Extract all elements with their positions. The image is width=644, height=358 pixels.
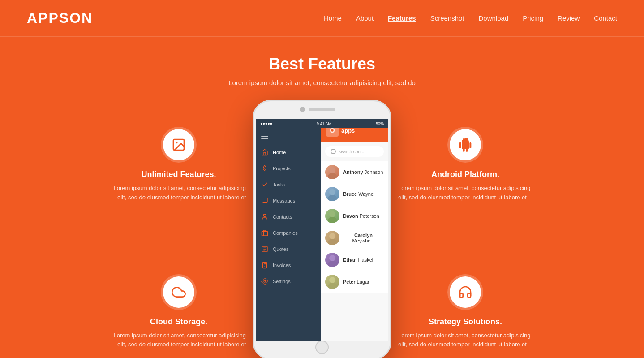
section-subtitle: Lorem ipsum dolor sit amet, consectetur … bbox=[9, 79, 635, 86]
contact-row[interactable]: Peter Lugar bbox=[321, 271, 388, 293]
android-icon-inner bbox=[450, 129, 481, 160]
svg-point-13 bbox=[264, 280, 266, 282]
android-title: Android Platform. bbox=[431, 170, 499, 179]
svg-point-16 bbox=[329, 167, 335, 173]
contact-row[interactable]: Davon Peterson bbox=[321, 205, 388, 227]
sidebar-settings[interactable]: Settings bbox=[256, 273, 321, 289]
svg-point-27 bbox=[328, 283, 337, 289]
hamburger-menu[interactable] bbox=[256, 130, 321, 142]
sidebar-projects-label: Projects bbox=[273, 166, 291, 171]
ham-line-3 bbox=[261, 138, 268, 139]
companies-icon bbox=[261, 229, 268, 237]
status-bar: ●●●●● 9:41 AM 50% bbox=[256, 119, 388, 128]
sidebar-companies-label: Companies bbox=[273, 230, 298, 236]
svg-point-1 bbox=[176, 142, 177, 143]
settings-icon bbox=[261, 278, 268, 285]
cloud-icon-circle bbox=[161, 274, 197, 310]
nav-screenshot[interactable]: Screenshot bbox=[430, 14, 464, 22]
contact-avatar-3 bbox=[325, 209, 339, 223]
nav-review[interactable]: Review bbox=[558, 14, 580, 22]
svg-rect-4 bbox=[262, 232, 267, 236]
sidebar-tasks-label: Tasks bbox=[273, 182, 285, 187]
android-icon bbox=[458, 138, 472, 152]
status-battery: 50% bbox=[376, 121, 384, 126]
android-desc: Lorem ipsum dolor sit amet, consectetur … bbox=[398, 184, 532, 203]
avatar-svg-3 bbox=[325, 209, 339, 223]
unlimited-icon-circle bbox=[161, 127, 197, 163]
rocket-icon bbox=[261, 165, 268, 172]
contact-row[interactable]: Anthony Johnson bbox=[321, 161, 388, 183]
svg-point-18 bbox=[329, 189, 335, 195]
phone-camera bbox=[300, 107, 305, 112]
contact-name-4: Carolyn Meywhe... bbox=[343, 233, 384, 243]
features-section: Best Features Lorem ipsum dolor sit amet… bbox=[0, 37, 644, 358]
nav-pricing[interactable]: Pricing bbox=[523, 14, 543, 22]
contact-name-1: Anthony Johnson bbox=[343, 169, 383, 175]
sidebar-home[interactable]: Home bbox=[256, 144, 321, 160]
nav-contact[interactable]: Contact bbox=[594, 14, 617, 22]
feature-android: Android Platform. Lorem ipsum dolor sit … bbox=[398, 127, 532, 203]
svg-point-26 bbox=[329, 277, 335, 283]
status-time: 9:41 AM bbox=[317, 121, 331, 126]
sidebar-contacts-label: Contacts bbox=[273, 214, 292, 220]
avatar-svg-1 bbox=[325, 165, 339, 179]
contact-name-6: Peter Lugar bbox=[343, 279, 369, 285]
contact-row[interactable]: Carolyn Meywhe... bbox=[321, 227, 388, 249]
status-dots: ●●●●● bbox=[260, 121, 272, 126]
contact-avatar-1 bbox=[325, 165, 339, 179]
sidebar-tasks[interactable]: Tasks bbox=[256, 177, 321, 193]
svg-point-25 bbox=[328, 261, 337, 267]
search-placeholder: search cont... bbox=[339, 149, 365, 154]
strategy-title: Strategy Solutions. bbox=[429, 317, 502, 327]
svg-point-24 bbox=[329, 255, 335, 261]
right-features: Android Platform. Lorem ipsum dolor sit … bbox=[398, 100, 550, 349]
messages-icon bbox=[261, 197, 268, 204]
sidebar-messages-label: Messages bbox=[273, 198, 295, 203]
avatar-svg-2 bbox=[325, 187, 339, 201]
sidebar-contacts[interactable]: Contacts bbox=[256, 209, 321, 225]
contact-avatar-2 bbox=[325, 187, 339, 201]
svg-point-21 bbox=[328, 217, 337, 223]
app-main: apps search cont... bbox=[321, 119, 388, 341]
sidebar-messages[interactable]: Messages bbox=[256, 193, 321, 209]
quotes-icon bbox=[261, 246, 268, 253]
contact-row[interactable]: Bruce Wayne bbox=[321, 183, 388, 205]
nav-download[interactable]: Download bbox=[479, 14, 509, 22]
feature-strategy: Strategy Solutions. Lorem ipsum dolor si… bbox=[398, 274, 532, 350]
contact-avatar-6 bbox=[325, 275, 339, 289]
svg-point-15 bbox=[331, 129, 333, 131]
contacts-icon bbox=[261, 213, 268, 220]
cloud-icon bbox=[172, 285, 186, 299]
sidebar-invoices-label: Invoices bbox=[273, 263, 291, 268]
sidebar-quotes-label: Quotes bbox=[273, 246, 288, 252]
contact-name-3: Davon Peterson bbox=[343, 213, 379, 219]
contact-avatar-5 bbox=[325, 253, 339, 267]
nav-features[interactable]: Features bbox=[388, 14, 416, 22]
nav-about[interactable]: About bbox=[356, 14, 374, 22]
avatar-svg-4 bbox=[325, 231, 339, 245]
svg-point-3 bbox=[263, 214, 266, 216]
sidebar-invoices[interactable]: Invoices bbox=[256, 257, 321, 273]
sidebar-quotes[interactable]: Quotes bbox=[256, 241, 321, 257]
search-bar[interactable]: search cont... bbox=[325, 146, 384, 157]
sidebar-settings-label: Settings bbox=[273, 279, 291, 284]
contact-row[interactable]: Ethan Haskel bbox=[321, 249, 388, 271]
svg-point-20 bbox=[329, 211, 335, 217]
sidebar-companies[interactable]: Companies bbox=[256, 225, 321, 241]
tasks-icon bbox=[261, 181, 268, 188]
feature-cloud: Cloud Storage. Lorem ipsum dolor sit ame… bbox=[112, 274, 246, 350]
unlimited-icon-inner bbox=[163, 129, 194, 160]
sidebar-projects[interactable]: Projects bbox=[256, 160, 321, 177]
svg-point-2 bbox=[264, 168, 266, 169]
svg-point-19 bbox=[328, 195, 337, 201]
home-icon bbox=[261, 149, 268, 156]
nav-home[interactable]: Home bbox=[324, 14, 342, 22]
phone-home-button[interactable] bbox=[315, 341, 329, 354]
main-nav: Home About Features Screenshot Download … bbox=[324, 14, 617, 22]
strategy-icon-inner bbox=[450, 276, 481, 308]
unlimited-title: Unlimited Features. bbox=[141, 170, 216, 179]
contact-list: Anthony Johnson Bruce Wayne bbox=[321, 161, 388, 293]
headphone-icon bbox=[458, 285, 472, 299]
phone-screen: ●●●●● 9:41 AM 50% bbox=[256, 119, 388, 341]
invoices-icon bbox=[261, 262, 268, 269]
